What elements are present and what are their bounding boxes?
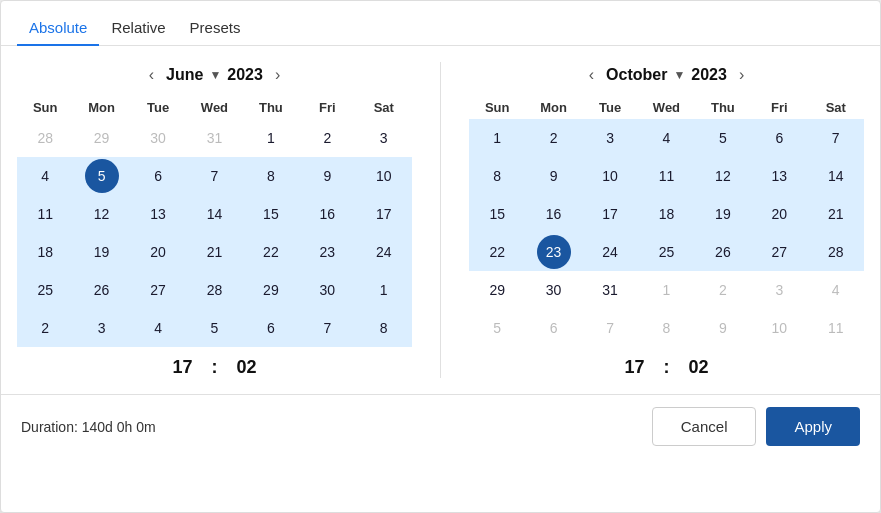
left-month-label[interactable]: June — [166, 66, 203, 84]
apply-button[interactable]: Apply — [766, 407, 860, 446]
calendar-day[interactable]: 23 — [525, 233, 581, 271]
calendar-day[interactable]: 8 — [638, 309, 694, 347]
calendar-day[interactable]: 4 — [638, 119, 694, 157]
calendar-day[interactable]: 1 — [356, 271, 412, 309]
calendar-day[interactable]: 20 — [130, 233, 186, 271]
calendar-day[interactable]: 2 — [695, 271, 751, 309]
cancel-button[interactable]: Cancel — [652, 407, 757, 446]
calendar-day[interactable]: 6 — [243, 309, 299, 347]
calendar-day[interactable]: 16 — [299, 195, 355, 233]
calendar-day[interactable]: 3 — [73, 309, 129, 347]
calendar-day[interactable]: 15 — [243, 195, 299, 233]
left-prev-btn[interactable]: ‹ — [141, 62, 162, 88]
calendar-day[interactable]: 18 — [638, 195, 694, 233]
calendar-day[interactable]: 27 — [751, 233, 807, 271]
calendar-day[interactable]: 2 — [17, 309, 73, 347]
calendar-day[interactable]: 28 — [17, 119, 73, 157]
calendar-day[interactable]: 7 — [582, 309, 638, 347]
calendar-day[interactable]: 17 — [356, 195, 412, 233]
calendar-day[interactable]: 11 — [638, 157, 694, 195]
tab-relative[interactable]: Relative — [99, 11, 177, 46]
calendar-day[interactable]: 16 — [525, 195, 581, 233]
right-time-hour[interactable] — [610, 357, 660, 378]
calendar-day[interactable]: 28 — [186, 271, 242, 309]
calendar-day[interactable]: 29 — [73, 119, 129, 157]
calendar-day[interactable]: 22 — [243, 233, 299, 271]
calendar-day[interactable]: 8 — [243, 157, 299, 195]
left-next-btn[interactable]: › — [267, 62, 288, 88]
calendar-day[interactable]: 3 — [582, 119, 638, 157]
calendar-day[interactable]: 1 — [638, 271, 694, 309]
calendar-day[interactable]: 4 — [17, 157, 73, 195]
right-prev-btn[interactable]: ‹ — [581, 62, 602, 88]
calendar-day[interactable]: 28 — [808, 233, 864, 271]
calendar-day[interactable]: 9 — [695, 309, 751, 347]
calendar-day[interactable]: 2 — [525, 119, 581, 157]
calendar-day[interactable]: 10 — [356, 157, 412, 195]
calendar-day[interactable]: 7 — [299, 309, 355, 347]
right-time-minute[interactable] — [674, 357, 724, 378]
calendar-day[interactable]: 10 — [751, 309, 807, 347]
calendar-day[interactable]: 23 — [299, 233, 355, 271]
calendar-day[interactable]: 29 — [469, 271, 525, 309]
calendar-day[interactable]: 24 — [356, 233, 412, 271]
calendar-day[interactable]: 30 — [299, 271, 355, 309]
calendar-day[interactable]: 7 — [186, 157, 242, 195]
calendar-day[interactable]: 10 — [582, 157, 638, 195]
calendar-day[interactable]: 30 — [130, 119, 186, 157]
calendar-day[interactable]: 19 — [73, 233, 129, 271]
right-next-btn[interactable]: › — [731, 62, 752, 88]
calendar-day[interactable]: 24 — [582, 233, 638, 271]
calendar-day[interactable]: 5 — [469, 309, 525, 347]
calendar-day[interactable]: 21 — [186, 233, 242, 271]
calendar-day[interactable]: 11 — [808, 309, 864, 347]
calendar-day[interactable]: 19 — [695, 195, 751, 233]
calendar-day[interactable]: 3 — [751, 271, 807, 309]
tab-absolute[interactable]: Absolute — [17, 11, 99, 46]
calendar-day[interactable]: 22 — [469, 233, 525, 271]
calendar-day[interactable]: 17 — [582, 195, 638, 233]
calendar-day[interactable]: 26 — [73, 271, 129, 309]
calendar-day[interactable]: 25 — [638, 233, 694, 271]
calendar-day[interactable]: 9 — [525, 157, 581, 195]
calendar-day[interactable]: 13 — [130, 195, 186, 233]
calendar-day[interactable]: 15 — [469, 195, 525, 233]
calendar-day[interactable]: 2 — [299, 119, 355, 157]
calendar-day[interactable]: 20 — [751, 195, 807, 233]
tab-presets[interactable]: Presets — [178, 11, 253, 46]
calendar-day[interactable]: 6 — [525, 309, 581, 347]
left-time-hour[interactable] — [158, 357, 208, 378]
calendar-day[interactable]: 25 — [17, 271, 73, 309]
calendar-day[interactable]: 30 — [525, 271, 581, 309]
calendar-day[interactable]: 6 — [751, 119, 807, 157]
left-time-minute[interactable] — [222, 357, 272, 378]
calendar-day[interactable]: 31 — [186, 119, 242, 157]
right-header-sat: Sat — [808, 96, 864, 119]
calendar-day[interactable]: 1 — [469, 119, 525, 157]
calendar-day[interactable]: 8 — [469, 157, 525, 195]
calendar-day[interactable]: 4 — [808, 271, 864, 309]
calendar-day[interactable]: 9 — [299, 157, 355, 195]
calendar-day[interactable]: 29 — [243, 271, 299, 309]
calendar-day[interactable]: 14 — [186, 195, 242, 233]
calendar-day[interactable]: 8 — [356, 309, 412, 347]
calendar-day[interactable]: 12 — [695, 157, 751, 195]
calendar-day[interactable]: 27 — [130, 271, 186, 309]
calendar-day[interactable]: 14 — [808, 157, 864, 195]
right-month-label[interactable]: October — [606, 66, 667, 84]
calendar-day[interactable]: 7 — [808, 119, 864, 157]
calendar-day[interactable]: 4 — [130, 309, 186, 347]
calendar-day[interactable]: 18 — [17, 233, 73, 271]
calendar-day[interactable]: 3 — [356, 119, 412, 157]
calendar-day[interactable]: 5 — [186, 309, 242, 347]
calendar-day[interactable]: 12 — [73, 195, 129, 233]
calendar-day[interactable]: 1 — [243, 119, 299, 157]
calendar-day[interactable]: 5 — [695, 119, 751, 157]
calendar-day[interactable]: 26 — [695, 233, 751, 271]
calendar-day[interactable]: 13 — [751, 157, 807, 195]
calendar-day[interactable]: 31 — [582, 271, 638, 309]
calendar-day[interactable]: 11 — [17, 195, 73, 233]
calendar-day[interactable]: 21 — [808, 195, 864, 233]
calendar-day[interactable]: 5 — [73, 157, 129, 195]
calendar-day[interactable]: 6 — [130, 157, 186, 195]
